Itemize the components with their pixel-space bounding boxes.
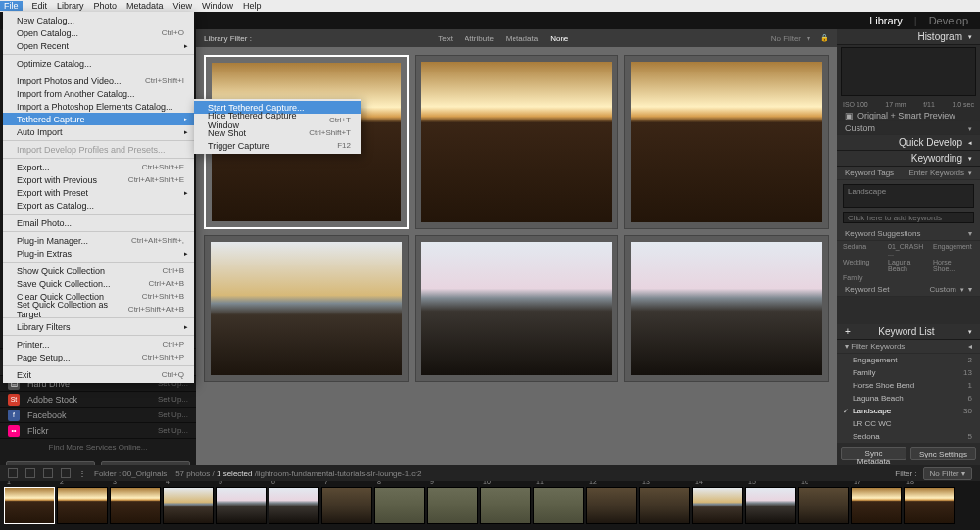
filmstrip-thumb[interactable]: 6	[269, 487, 319, 524]
menu-item[interactable]: Export as Catalog...	[3, 199, 194, 212]
module-develop[interactable]: Develop	[929, 15, 968, 26]
filmstrip-thumb[interactable]: 13	[639, 487, 690, 524]
keyword-list-item[interactable]: Horse Shoe Bend1	[837, 379, 980, 392]
file-menu[interactable]: New Catalog...Open Catalog...Ctrl+OOpen …	[3, 12, 194, 383]
module-library[interactable]: Library	[869, 15, 903, 26]
keyword-list-item[interactable]: Laguna Beach6	[837, 392, 980, 405]
filmstrip-thumb[interactable]: 12	[586, 487, 637, 524]
keyword-suggestion[interactable]: 01_CRASH ...	[888, 243, 929, 257]
keyword-list-item[interactable]: LR CC WC	[837, 417, 980, 430]
filmstrip-thumb[interactable]: 5	[216, 487, 267, 524]
menu-item[interactable]: Plug-in Manager...Ctrl+Alt+Shift+,	[3, 234, 194, 247]
menu-file[interactable]: File	[0, 1, 23, 11]
publish-service[interactable]: ••FlickrSet Up...	[0, 422, 196, 438]
menu-item[interactable]: Export with PreviousCtrl+Alt+Shift+E	[3, 173, 194, 186]
filmstrip-thumb[interactable]: 15	[745, 487, 796, 524]
menu-item[interactable]: Plug-in Extras▸	[3, 247, 194, 260]
filmstrip-thumb[interactable]: 11	[533, 487, 584, 524]
menu-item[interactable]: Import Photos and Video...Ctrl+Shift+I	[3, 74, 194, 87]
menu-window[interactable]: Window	[202, 1, 233, 11]
menu-item[interactable]: Import Develop Profiles and Presets...	[3, 143, 194, 156]
menu-item[interactable]: Set Quick Collection as TargetCtrl+Shift…	[3, 303, 194, 315]
filmstrip-thumb[interactable]: 2	[57, 487, 108, 524]
grid-cell-6[interactable]	[624, 235, 829, 382]
no-filter-dropdown[interactable]: No Filter	[771, 34, 801, 43]
keyword-suggestion[interactable]: Horse Shoe...	[933, 259, 974, 272]
keyword-list-item[interactable]: Engagement2	[837, 354, 980, 366]
menu-item[interactable]: New Catalog...	[3, 14, 194, 26]
filmstrip-thumb[interactable]: 18	[904, 487, 955, 524]
quick-develop-header[interactable]: Quick Develop◂	[837, 135, 980, 151]
filmstrip-thumb[interactable]: 16	[798, 487, 849, 524]
menu-help[interactable]: Help	[243, 1, 262, 11]
keyword-list-item[interactable]: Landscape30	[837, 405, 980, 417]
keyword-list-item[interactable]: Sedona5	[837, 430, 980, 443]
keyword-list-item[interactable]: Family13	[837, 366, 980, 379]
sync-metadata-button[interactable]: Sync Metadata	[841, 447, 906, 460]
add-keyword-input[interactable]	[843, 212, 974, 223]
menu-item[interactable]: Open Catalog...Ctrl+O	[3, 26, 194, 39]
publish-service[interactable]: fFacebookSet Up...	[0, 407, 196, 422]
submenu-item[interactable]: Trigger CaptureF12	[194, 139, 361, 152]
submenu-item[interactable]: New ShotCtrl+Shift+T	[194, 126, 361, 139]
filmstrip[interactable]: 123456789101112131415161718	[0, 481, 980, 530]
menu-metadata[interactable]: Metadata	[126, 1, 164, 11]
grid-cell-2[interactable]	[415, 55, 619, 229]
keyword-suggestion[interactable]: Sedona	[843, 243, 884, 257]
menu-item[interactable]: ExitCtrl+Q	[3, 368, 194, 381]
keyword-suggestion[interactable]	[888, 274, 929, 281]
filmstrip-thumb[interactable]: 14	[692, 487, 743, 524]
filmstrip-thumb[interactable]: 3	[110, 487, 161, 524]
filmstrip-thumb[interactable]: 4	[163, 487, 214, 524]
keyword-list-header[interactable]: +Keyword List▾	[837, 324, 980, 340]
view-mode-grid-icon[interactable]	[8, 468, 18, 478]
quick-develop-custom[interactable]: Custom	[837, 121, 980, 135]
view-mode-compare-icon[interactable]	[43, 468, 53, 478]
filmstrip-thumb[interactable]: 8	[374, 487, 425, 524]
os-menubar[interactable]: File Edit Library Photo Metadata View Wi…	[0, 0, 980, 12]
filmstrip-thumb[interactable]: 7	[321, 487, 372, 524]
keyword-suggestion[interactable]: Family	[843, 274, 884, 281]
filmstrip-thumb[interactable]: 17	[851, 487, 902, 524]
filter-tab-metadata[interactable]: Metadata	[506, 34, 538, 43]
filmstrip-thumb[interactable]: 1	[4, 487, 55, 524]
keywording-header[interactable]: Keywording▾	[837, 151, 980, 167]
publish-service[interactable]: StAdobe StockSet Up...	[0, 391, 196, 407]
filter-keywords-row[interactable]: ▾ Filter Keywords◂	[837, 340, 980, 354]
view-mode-survey-icon[interactable]	[61, 468, 71, 478]
menu-view[interactable]: View	[173, 1, 192, 11]
menu-photo[interactable]: Photo	[94, 1, 118, 11]
menu-item[interactable]: Export with Preset▸	[3, 186, 194, 199]
menu-item[interactable]: Email Photo...	[3, 217, 194, 229]
menu-item[interactable]: Import a Photoshop Elements Catalog...	[3, 100, 194, 113]
keyword-set-row[interactable]: Keyword SetCustom▾	[837, 283, 980, 297]
histogram-header[interactable]: Histogram▾	[837, 29, 980, 45]
grid-cell-4[interactable]	[204, 235, 409, 382]
grid-cell-5[interactable]	[415, 235, 619, 382]
menu-item[interactable]: Export...Ctrl+Shift+E	[3, 161, 194, 173]
menu-item[interactable]: Library Filters▸	[3, 320, 194, 333]
find-more-services[interactable]: Find More Services Online...	[0, 438, 196, 456]
keyword-textarea[interactable]: Landscape	[843, 184, 974, 208]
keyword-suggestion[interactable]: Wedding	[843, 259, 884, 272]
menu-library[interactable]: Library	[57, 1, 84, 11]
filter-tab-attribute[interactable]: Attribute	[465, 34, 494, 43]
filter-tab-text[interactable]: Text	[438, 34, 453, 43]
sync-settings-button[interactable]: Sync Settings	[910, 447, 976, 460]
menu-item[interactable]: Optimize Catalog...	[3, 57, 194, 70]
filmstrip-thumb[interactable]: 10	[480, 487, 531, 524]
menu-item[interactable]: Open Recent▸	[3, 39, 194, 52]
keyword-suggestion[interactable]: Laguna Beach	[888, 259, 929, 272]
menu-item[interactable]: Save Quick Collection...Ctrl+Alt+B	[3, 277, 194, 290]
filter-lock-icon[interactable]: 🔒	[820, 34, 829, 42]
menu-item[interactable]: Show Quick CollectionCtrl+B	[3, 265, 194, 277]
filter-tab-none[interactable]: None	[550, 34, 568, 43]
menu-item[interactable]: Page Setup...Ctrl+Shift+P	[3, 351, 194, 363]
keyword-suggestion[interactable]: Engagement	[933, 243, 974, 257]
menu-item[interactable]: Import from Another Catalog...	[3, 87, 194, 100]
menu-item[interactable]: Auto Import▸	[3, 125, 194, 138]
menu-edit[interactable]: Edit	[32, 1, 48, 11]
tethered-capture-submenu[interactable]: Start Tethered Capture...Hide Tethered C…	[194, 99, 361, 154]
filter-preset-dropdown[interactable]: No Filter ▾	[923, 467, 972, 480]
view-mode-loupe-icon[interactable]	[25, 468, 35, 478]
